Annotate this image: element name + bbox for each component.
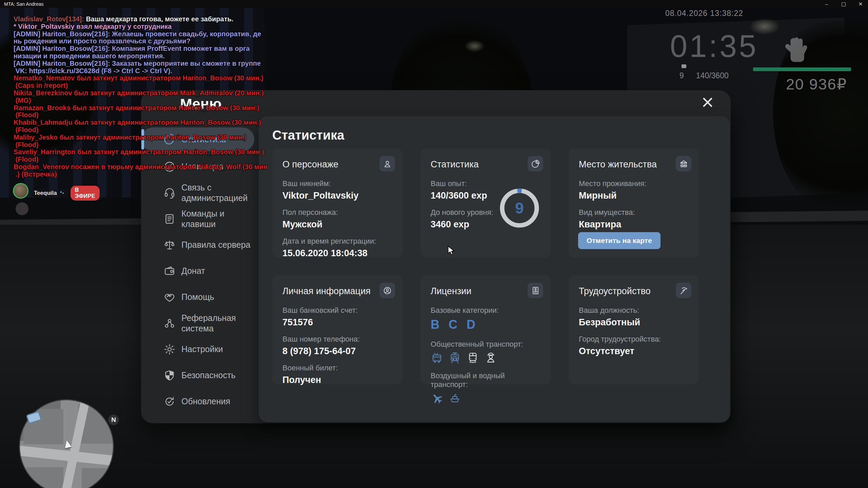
stat-field: Пол персонажа:Мужской bbox=[282, 208, 392, 230]
ship-icon bbox=[449, 392, 461, 404]
level-number: 9 bbox=[500, 188, 539, 228]
chat-text: низации и проведении вашего мероприятия. bbox=[14, 52, 165, 60]
sidebar-item-label: Донат bbox=[181, 266, 205, 276]
air-water-licenses bbox=[431, 392, 540, 404]
sidebar-item-реферальная-система[interactable]: Реферальная система bbox=[141, 312, 262, 334]
card-badge bbox=[379, 283, 395, 298]
pickaxe-icon bbox=[679, 286, 688, 295]
sidebar-item-обновления[interactable]: Обновления bbox=[141, 391, 262, 412]
stat-value: Получен bbox=[282, 375, 392, 385]
stat-value: 8 (978) 175-64-07 bbox=[282, 346, 392, 357]
chat-line: .) (Встречка) bbox=[14, 171, 268, 178]
chat-line: (Flood) bbox=[14, 111, 268, 119]
stat-value: Viktor_Poltavskiy bbox=[282, 190, 392, 201]
chat-line: Khabib_Lahmadju был заткнут администрато… bbox=[14, 119, 268, 126]
profile-circle-icon bbox=[383, 286, 392, 295]
stat-value: Безработный bbox=[579, 317, 689, 328]
chat-text: .) (Встречка) bbox=[14, 170, 57, 178]
heart-hands-icon bbox=[163, 291, 176, 303]
sidebar-item-label: Команды и клавиши bbox=[181, 208, 253, 229]
chat-text: Khabib_Lahmadju был заткнут администрато… bbox=[14, 119, 261, 126]
gear-icon bbox=[163, 343, 176, 355]
voice-player-name: Teequila bbox=[34, 190, 57, 197]
exp-progress-bar bbox=[753, 67, 851, 71]
card-residence: Место жительстваМесто проживания:МирныйВ… bbox=[569, 148, 699, 258]
headset-icon bbox=[163, 187, 176, 199]
sidebar-item-label: Связь с администрацией bbox=[181, 182, 253, 203]
hud-money: 20 936₽ bbox=[786, 75, 847, 93]
close-window-button[interactable]: ✕ bbox=[857, 1, 864, 7]
stat-value: 15.06.2020 18:04:38 bbox=[282, 248, 392, 259]
sidebar-item-команды-и-клавиши[interactable]: Команды и клавиши bbox=[141, 208, 262, 229]
chat-text: (Caps in /report) bbox=[14, 82, 68, 89]
stat-label: Ваш банковский счет: bbox=[282, 306, 392, 315]
sidebar-item-настройки[interactable]: Настройки bbox=[141, 339, 262, 360]
chat-text: (Flood) bbox=[14, 141, 38, 148]
license-category: B bbox=[431, 318, 439, 332]
chat-line: Nematko_Nematov был заткнут администрато… bbox=[14, 75, 268, 82]
voice-player-tag: Teequila bbox=[31, 189, 68, 198]
stat-field: Ваша должность:Безработный bbox=[579, 306, 689, 328]
chat-text: (MG) bbox=[14, 97, 31, 104]
mark-on-map-button[interactable]: Отметить на карте bbox=[578, 232, 660, 249]
chat-text: Bogdan_Venerov посажен в тюрьму админист… bbox=[14, 163, 268, 170]
avatar bbox=[13, 183, 28, 199]
sidebar-item-label: Помощь bbox=[181, 292, 214, 302]
chat-text: (Flood) bbox=[14, 126, 38, 134]
stat-label: Военный билет: bbox=[282, 364, 392, 372]
street-lamp-glow bbox=[465, 40, 485, 52]
stat-label: Ваш никнейм: bbox=[282, 179, 392, 188]
maximize-button[interactable]: ▢ bbox=[840, 1, 847, 7]
stat-value: 751576 bbox=[282, 317, 392, 328]
stat-field: Вид имущества:Квартира bbox=[579, 208, 689, 230]
chat-text: Ваша медкарта готова, можете ее забирать… bbox=[86, 15, 233, 23]
chat-line: (Flood) bbox=[14, 141, 268, 149]
sidebar-item-связь-с-администрацией[interactable]: Связь с администрацией bbox=[141, 182, 262, 203]
card-title: О персонаже bbox=[282, 159, 392, 170]
sidebar-item-донат[interactable]: Донат bbox=[141, 260, 262, 282]
wallet-icon bbox=[163, 265, 176, 277]
chat-line: Vladislav_Rotov[134]: Ваша медкарта гото… bbox=[14, 16, 268, 23]
chat-text: Ramazan_Brooks был заткнут администратор… bbox=[14, 104, 259, 111]
chat-line: VK: https://clck.ru/3C628d (F8 -> Ctrl C… bbox=[14, 67, 268, 75]
stat-label: Базовые категории: bbox=[431, 306, 540, 315]
chat-line: [ADMIN] Hariton_Bosow[216]: Желаешь пров… bbox=[14, 30, 268, 38]
close-menu-button[interactable] bbox=[700, 95, 715, 110]
sidebar-item-помощь[interactable]: Помощь bbox=[141, 286, 262, 308]
plane-icon bbox=[431, 392, 443, 404]
hud-exp-value: 140/3600 bbox=[696, 71, 729, 80]
chat-text: (Flood) bbox=[14, 156, 38, 163]
water-drops-icon bbox=[59, 190, 65, 196]
sidebar-item-безопасность[interactable]: Безопасность bbox=[141, 365, 262, 386]
scales-icon bbox=[163, 239, 176, 251]
card-badge bbox=[528, 283, 543, 298]
sidebar-item-label: Реферальная система bbox=[181, 313, 253, 333]
chat-text: Vladislav_Rotov[134]: bbox=[14, 15, 86, 23]
chat-text: * Viktor_Poltavskiy взял медкарту у сотр… bbox=[14, 23, 172, 30]
card-title: Трудоустройство bbox=[579, 286, 689, 297]
chat-line: Ramazan_Brooks был заткнут администратор… bbox=[14, 104, 268, 112]
card-badge bbox=[379, 156, 395, 171]
chat-text: нь рождения или просто поразвлечься с др… bbox=[14, 37, 191, 45]
card-title: Лицензии bbox=[431, 286, 540, 297]
trolleybus-icon bbox=[431, 351, 443, 364]
stat-value: Отсутствует bbox=[579, 346, 689, 357]
card-character: О персонажеВаш никнейм:Viktor_Poltavskiy… bbox=[272, 148, 402, 258]
page-title: Статистика bbox=[272, 128, 344, 143]
card-badge bbox=[528, 156, 543, 171]
stat-value: Мирный bbox=[579, 190, 689, 201]
chat-line: (Flood) bbox=[14, 126, 268, 134]
player-marker-icon bbox=[63, 440, 72, 448]
chat-line: Bogdan_Venerov посажен в тюрьму админист… bbox=[14, 163, 268, 171]
chat-text: [ADMIN] Hariton_Bosow[216]: Заказать мер… bbox=[14, 60, 261, 67]
stat-field: Ваш никнейм:Viktor_Poltavskiy bbox=[282, 179, 392, 201]
chat-text: Nematko_Nematov был заткнут администрато… bbox=[14, 74, 263, 82]
card-employment: ТрудоустройствоВаша должность:Безработны… bbox=[569, 275, 699, 384]
chat-line: * Viktor_Poltavskiy взял медкарту у сотр… bbox=[14, 23, 268, 30]
chat-line: (Caps in /report) bbox=[14, 82, 268, 89]
sidebar-item-правила-сервера[interactable]: Правила сервера bbox=[141, 234, 262, 256]
stat-label: Место проживания: bbox=[579, 179, 689, 188]
chat-line: Maliby_Jesko был заткнут администратором… bbox=[14, 134, 268, 141]
hud-datetime: 08.04.2026 13:38:22 bbox=[665, 9, 743, 18]
minimize-button[interactable]: – bbox=[823, 1, 830, 7]
